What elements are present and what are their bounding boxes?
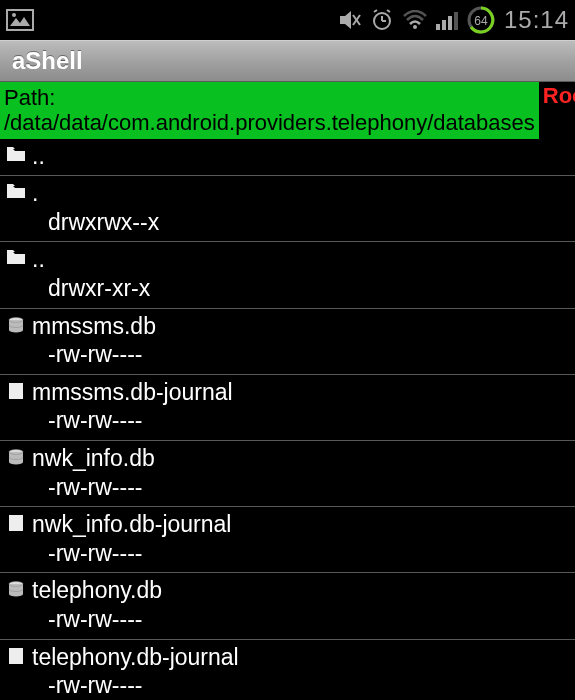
file-permissions: -rw-rw---- <box>32 672 239 700</box>
file-text: nwk_info.db-journal-rw-rw---- <box>32 511 231 567</box>
file-permissions: drwxrwx--x <box>32 209 159 237</box>
file-item[interactable]: mmssms.db-rw-rw---- <box>0 309 575 375</box>
root-badge: Root <box>539 82 575 108</box>
file-list: ...drwxrwx--x..drwxr-xr-xmmssms.db-rw-rw… <box>0 139 575 700</box>
folder-icon <box>6 180 26 198</box>
file-text: telephony.db-rw-rw---- <box>32 577 162 633</box>
svg-rect-20 <box>9 383 23 399</box>
file-item[interactable]: ..drwxr-xr-x <box>0 242 575 308</box>
status-bar: 64 15:14 <box>0 0 575 40</box>
file-text: .drwxrwx--x <box>32 180 159 236</box>
file-name: telephony.db-journal <box>32 644 239 672</box>
file-icon <box>6 511 26 531</box>
signal-icon <box>436 10 458 30</box>
file-text: .. <box>32 143 45 171</box>
file-name: nwk_info.db-journal <box>32 511 231 539</box>
alarm-icon <box>370 8 394 32</box>
file-permissions: -rw-rw---- <box>32 474 155 502</box>
file-name: . <box>32 180 159 208</box>
svg-line-10 <box>387 10 390 12</box>
file-item[interactable]: .. <box>0 139 575 177</box>
svg-rect-23 <box>9 515 23 531</box>
wifi-icon <box>402 10 428 30</box>
path-row: Path: /data/data/com.android.providers.t… <box>0 82 575 139</box>
svg-text:64: 64 <box>474 14 488 28</box>
file-name: nwk_info.db <box>32 445 155 473</box>
db-icon <box>6 577 26 597</box>
folder-icon <box>6 143 26 161</box>
file-permissions: drwxr-xr-x <box>32 275 150 303</box>
file-name: telephony.db <box>32 577 162 605</box>
file-name: .. <box>32 246 150 274</box>
file-icon <box>6 379 26 399</box>
file-permissions: -rw-rw---- <box>32 606 162 634</box>
file-item[interactable]: nwk_info.db-rw-rw---- <box>0 441 575 507</box>
file-item[interactable]: mmssms.db-journal-rw-rw---- <box>0 375 575 441</box>
svg-rect-26 <box>9 648 23 664</box>
file-item[interactable]: .drwxrwx--x <box>0 176 575 242</box>
gallery-icon <box>6 9 34 31</box>
app-title: aShell <box>12 47 83 75</box>
file-item[interactable]: telephony.db-rw-rw---- <box>0 573 575 639</box>
svg-marker-1 <box>10 17 30 26</box>
path-text: Path: /data/data/com.android.providers.t… <box>4 85 535 135</box>
file-name: mmssms.db <box>32 313 156 341</box>
mute-icon <box>338 9 362 31</box>
file-text: ..drwxr-xr-x <box>32 246 150 302</box>
file-permissions: -rw-rw---- <box>32 407 233 435</box>
folder-icon <box>6 246 26 264</box>
svg-rect-0 <box>7 10 33 30</box>
file-item[interactable]: telephony.db-journal-rw-rw---- <box>0 640 575 701</box>
file-permissions: -rw-rw---- <box>32 540 231 568</box>
file-icon <box>6 644 26 664</box>
db-icon <box>6 313 26 333</box>
svg-rect-14 <box>448 16 452 30</box>
svg-rect-13 <box>442 20 446 30</box>
svg-line-9 <box>374 10 377 12</box>
db-icon <box>6 445 26 465</box>
svg-point-2 <box>12 13 16 17</box>
svg-point-11 <box>413 25 417 29</box>
file-text: mmssms.db-journal-rw-rw---- <box>32 379 233 435</box>
app-titlebar: aShell <box>0 40 575 82</box>
file-name: mmssms.db-journal <box>32 379 233 407</box>
file-text: telephony.db-journal-rw-rw---- <box>32 644 239 700</box>
path-bar[interactable]: Path: /data/data/com.android.providers.t… <box>0 82 539 139</box>
file-text: nwk_info.db-rw-rw---- <box>32 445 155 501</box>
battery-icon: 64 <box>466 5 496 35</box>
clock: 15:14 <box>504 6 569 34</box>
file-text: mmssms.db-rw-rw---- <box>32 313 156 369</box>
svg-rect-15 <box>454 12 458 30</box>
file-name: .. <box>32 143 45 171</box>
svg-rect-12 <box>436 24 440 30</box>
svg-marker-3 <box>340 11 351 29</box>
file-item[interactable]: nwk_info.db-journal-rw-rw---- <box>0 507 575 573</box>
file-permissions: -rw-rw---- <box>32 341 156 369</box>
